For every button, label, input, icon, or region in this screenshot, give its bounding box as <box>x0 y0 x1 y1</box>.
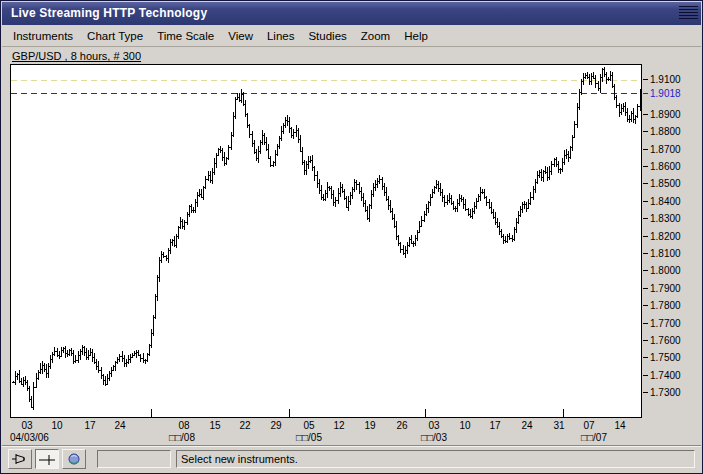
y-axis-label: 1.7300 <box>650 387 681 398</box>
x-axis-month-label: □□/03 <box>421 432 447 443</box>
status-message-panel: Select new instruments. <box>176 450 695 468</box>
x-axis-month-label: □□/07 <box>581 432 607 443</box>
y-axis-label: 1.8400 <box>650 196 681 207</box>
x-axis-week-label: 15 <box>209 420 221 431</box>
y-axis-label: 1.8900 <box>650 109 681 120</box>
x-axis-week-label: 19 <box>364 420 376 431</box>
y-axis-label: 1.8200 <box>650 231 681 242</box>
y-axis-label: 1.8700 <box>650 144 681 155</box>
x-axis-week-label: 05 <box>303 420 315 431</box>
menu-item-view[interactable]: View <box>221 28 260 44</box>
app-window: Live Streaming HTTP Technology Instrumen… <box>0 0 703 474</box>
line-tool-button[interactable] <box>35 449 59 469</box>
x-axis-week-label: 03 <box>21 420 33 431</box>
x-axis-month-label: □□/05 <box>296 432 322 443</box>
menu-item-chart-type[interactable]: Chart Type <box>80 28 150 44</box>
y-axis-label: 1.8800 <box>650 126 681 137</box>
status-message: Select new instruments. <box>181 453 298 465</box>
x-axis-week-label: 24 <box>521 420 533 431</box>
y-axis-label: 1.8000 <box>650 265 681 276</box>
menu-item-instruments[interactable]: Instruments <box>6 28 80 44</box>
instrument-label: GBP/USD , 8 hours, # 300 <box>12 50 141 62</box>
last-price-label: 1.9018 <box>650 88 681 99</box>
y-axis-label: 1.8500 <box>650 178 681 189</box>
x-axis-week-label: 07 <box>583 420 595 431</box>
chart-canvas[interactable]: 1.91001.89001.88001.87001.86001.85001.84… <box>2 47 703 447</box>
x-axis-week-label: 17 <box>84 420 96 431</box>
plot-frame <box>11 65 642 418</box>
refresh-globe-icon <box>65 451 83 467</box>
window-grip-icon[interactable] <box>679 6 698 21</box>
menu-item-studies[interactable]: Studies <box>301 28 353 44</box>
x-axis-week-label: 12 <box>333 420 345 431</box>
status-secondary-panel <box>97 450 171 468</box>
menu-item-lines[interactable]: Lines <box>260 28 302 44</box>
x-axis-week-label: 22 <box>239 420 251 431</box>
status-bar: Select new instruments. <box>2 445 701 472</box>
menu-item-help[interactable]: Help <box>397 28 435 44</box>
y-axis-label: 1.8300 <box>650 213 681 224</box>
y-axis-label: 1.7800 <box>650 300 681 311</box>
pin-tool-button[interactable] <box>8 449 32 469</box>
y-axis-label: 1.7900 <box>650 283 681 294</box>
chart-panel: GBP/USD , 8 hours, # 300 1.91001.89001.8… <box>2 47 701 447</box>
y-axis-label: 1.7700 <box>650 318 681 329</box>
x-axis-week-label: 10 <box>51 420 63 431</box>
menu-item-zoom[interactable]: Zoom <box>354 28 397 44</box>
horizontal-line-tool-icon <box>37 451 57 467</box>
x-axis-month-label: 04/03/06 <box>10 432 49 443</box>
y-axis-label: 1.9100 <box>650 74 681 85</box>
y-axis-label: 1.7400 <box>650 370 681 381</box>
y-axis-label: 1.7600 <box>650 335 681 346</box>
x-axis-week-label: 14 <box>614 420 626 431</box>
x-axis-month-label: □□/08 <box>169 432 195 443</box>
x-axis-week-label: 26 <box>396 420 408 431</box>
menu-bar: InstrumentsChart TypeTime ScaleViewLines… <box>2 25 701 47</box>
y-axis-label: 1.7500 <box>650 352 681 363</box>
x-axis-week-label: 29 <box>270 420 282 431</box>
x-axis-week-label: 10 <box>459 420 471 431</box>
snapshot-tool-button[interactable] <box>62 449 86 469</box>
y-axis-label: 1.8600 <box>650 161 681 172</box>
menu-item-time-scale[interactable]: Time Scale <box>150 28 221 44</box>
title-bar[interactable]: Live Streaming HTTP Technology <box>2 2 701 25</box>
x-axis-week-label: 17 <box>489 420 501 431</box>
x-axis-week-label: 24 <box>114 420 126 431</box>
x-axis-week-label: 31 <box>553 420 565 431</box>
x-axis-week-label: 08 <box>178 420 190 431</box>
x-axis-week-label: 03 <box>428 420 440 431</box>
pushpin-icon <box>10 451 30 467</box>
y-axis-label: 1.8100 <box>650 248 681 259</box>
window-title: Live Streaming HTTP Technology <box>11 6 207 20</box>
